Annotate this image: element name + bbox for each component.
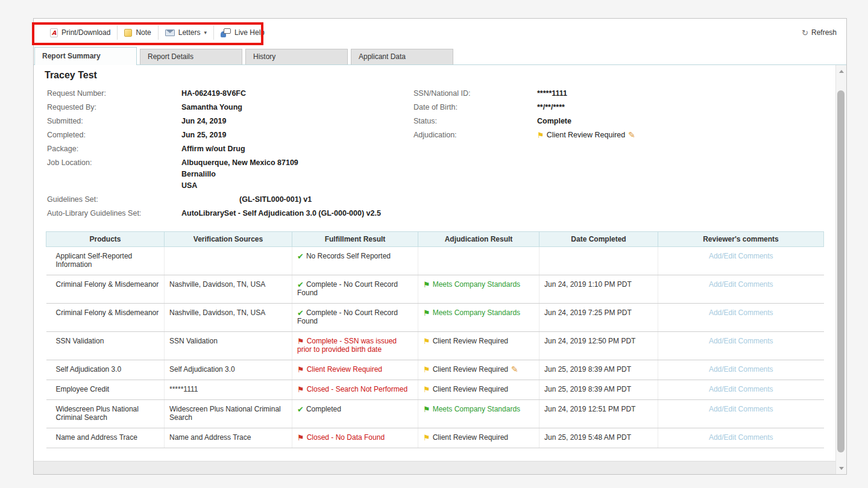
field-value: Client Review Required — [537, 130, 635, 141]
add-edit-comments-link[interactable]: Add/Edit Comments — [709, 405, 773, 413]
source-cell: Name and Address Trace — [165, 428, 292, 448]
field-label: Submitted: — [47, 116, 181, 127]
toolbar-button-label: Note — [136, 28, 151, 37]
toolbar-button-label: Live Help — [234, 28, 265, 37]
field-value: (GL-SITL000-001) v1 — [181, 194, 312, 205]
field-row: Date of Birth:**/**/**** — [414, 102, 835, 113]
adjudication-text: Client Review Required — [433, 385, 508, 393]
date-completed-cell — [539, 247, 658, 275]
date-completed: Jun 24, 2019 12:51 PM PDT — [544, 405, 635, 413]
tab-applicant-data[interactable]: Applicant Data — [351, 49, 453, 64]
yellow-flag-icon — [423, 434, 430, 442]
field-row: Package:Affirm w/out Drug — [47, 143, 414, 155]
add-edit-comments-link[interactable]: Add/Edit Comments — [709, 385, 773, 393]
comments-cell: Add/Edit Comments — [658, 428, 824, 448]
refresh-button[interactable]: Refresh — [802, 28, 837, 37]
product-cell: Criminal Felony & Misdemeanor — [46, 304, 165, 332]
source-name: SSN Validation — [169, 337, 218, 345]
tab-history[interactable]: History — [245, 49, 348, 64]
add-edit-comments-link[interactable]: Add/Edit Comments — [709, 280, 773, 289]
table-row: Employee Credit*****1111Closed - Search … — [46, 380, 824, 400]
add-edit-comments-link[interactable]: Add/Edit Comments — [709, 308, 773, 317]
date-completed-cell: Jun 24, 2019 7:25 PM PDT — [539, 304, 658, 332]
tab-report-summary[interactable]: Report Summary — [34, 47, 137, 65]
adjudication-text: Meets Company Standards — [433, 280, 520, 289]
adjudication-text: Client Review Required — [433, 365, 508, 374]
field-row: Requested By:Samantha Young — [47, 102, 414, 113]
source-cell — [165, 247, 292, 275]
field-value-text: HA-062419-8V6FC — [181, 89, 246, 98]
note-icon — [124, 29, 132, 37]
column-header-date-completed: Date Completed — [539, 232, 658, 247]
adjudication-text: Client Review Required — [433, 337, 508, 345]
live-help-button[interactable]: Live Help — [214, 19, 271, 46]
source-name: Name and Address Trace — [169, 433, 251, 442]
field-label: Adjudication: — [414, 130, 537, 141]
tab-label: Applicant Data — [359, 52, 406, 61]
source-cell: Self Adjudication 3.0 — [165, 360, 292, 380]
field-row: Auto-Library Guidelines Set:AutoLibraryS… — [47, 208, 414, 219]
fulfillment-text: Client Review Required — [307, 365, 382, 374]
adjudication-cell: Meets Company Standards — [418, 304, 539, 332]
comments-cell: Add/Edit Comments — [658, 275, 824, 304]
date-completed-cell: Jun 24, 2019 12:51 PM PDT — [539, 400, 658, 428]
print-download-button[interactable]: Print/Download — [43, 19, 117, 46]
adjudication-text: Meets Company Standards — [433, 308, 520, 317]
adjudication-cell: Client Review Required — [418, 332, 539, 360]
field-row: Completed:Jun 25, 2019 — [47, 130, 414, 141]
red-flag-icon — [297, 337, 304, 345]
table-body: Applicant Self-Reported InformationNo Re… — [46, 247, 824, 448]
refresh-label: Refresh — [811, 28, 837, 37]
green-flag-icon — [423, 405, 430, 413]
field-row: Guidelines Set:(GL-SITL000-001) v1 — [47, 194, 414, 205]
report-summary-content: Tracey Test Request Number:HA-062419-8V6… — [34, 65, 835, 461]
date-completed-cell: Jun 24, 2019 1:10 PM PDT — [539, 275, 658, 304]
field-value-text: Complete — [537, 117, 571, 125]
field-value: Jun 24, 2019 — [181, 116, 226, 127]
yellow-flag-icon — [423, 366, 430, 374]
source-name: Nashville, Davidson, TN, USA — [169, 280, 265, 289]
table-row: SSN ValidationSSN ValidationComplete - S… — [46, 332, 824, 360]
field-value: AutoLibrarySet - Self Adjudication 3.0 (… — [181, 208, 381, 219]
product-name: Criminal Felony & Misdemeanor — [56, 280, 159, 289]
letters-button[interactable]: Letters▾ — [159, 19, 213, 46]
field-value: Affirm w/out Drug — [181, 143, 245, 155]
edit-pencil-icon[interactable] — [628, 131, 635, 139]
comments-cell: Add/Edit Comments — [658, 304, 824, 332]
window-footer — [34, 461, 835, 474]
toolbar-buttons: Print/DownloadNoteLetters▾Live Help — [43, 19, 271, 46]
product-cell: Name and Address Trace — [46, 428, 165, 448]
tab-report-details[interactable]: Report Details — [140, 49, 242, 64]
date-completed-cell: Jun 25, 2019 5:48 AM PDT — [539, 428, 658, 448]
product-name: Employee Credit — [56, 385, 110, 393]
toolbar: Print/DownloadNoteLetters▾Live Help Refr… — [34, 19, 846, 46]
product-name: Criminal Felony & Misdemeanor — [56, 308, 159, 317]
scroll-down-button[interactable] — [836, 464, 846, 472]
note-button[interactable]: Note — [118, 19, 157, 46]
field-value: Jun 25, 2019 — [181, 130, 226, 141]
vertical-scrollbar — [835, 65, 846, 474]
add-edit-comments-link[interactable]: Add/Edit Comments — [709, 252, 773, 260]
add-edit-comments-link[interactable]: Add/Edit Comments — [709, 433, 773, 442]
scrollbar-thumb[interactable] — [837, 90, 844, 452]
fulfillment-text: No Records Self Reported — [306, 252, 391, 260]
report-info: Request Number:HA-062419-8V6FCRequested … — [34, 88, 835, 222]
source-name: Widescreen Plus National Criminal Search — [169, 405, 281, 422]
adjudication-cell: Meets Company Standards — [418, 275, 539, 304]
comments-cell: Add/Edit Comments — [658, 400, 824, 428]
edit-pencil-icon[interactable] — [511, 365, 518, 374]
fulfillment-cell: Complete - SSN was issued prior to provi… — [292, 332, 418, 360]
pdf-icon — [50, 28, 58, 37]
fulfillment-text: Complete - No Court Record Found — [297, 280, 398, 297]
date-completed: Jun 24, 2019 12:50 PM PDT — [544, 337, 635, 345]
add-edit-comments-link[interactable]: Add/Edit Comments — [709, 337, 773, 345]
fulfillment-cell: Client Review Required — [292, 360, 418, 380]
letters-icon — [165, 30, 175, 36]
yellow-flag-icon — [537, 131, 544, 139]
scroll-up-button[interactable] — [836, 67, 846, 75]
date-completed-cell: Jun 25, 2019 8:39 AM PDT — [539, 380, 658, 400]
field-value: **/**/**** — [537, 102, 565, 113]
fulfillment-text: Complete - No Court Record Found — [297, 308, 398, 325]
add-edit-comments-link[interactable]: Add/Edit Comments — [709, 365, 773, 374]
product-name: Widescreen Plus National Criminal Search — [56, 405, 139, 422]
